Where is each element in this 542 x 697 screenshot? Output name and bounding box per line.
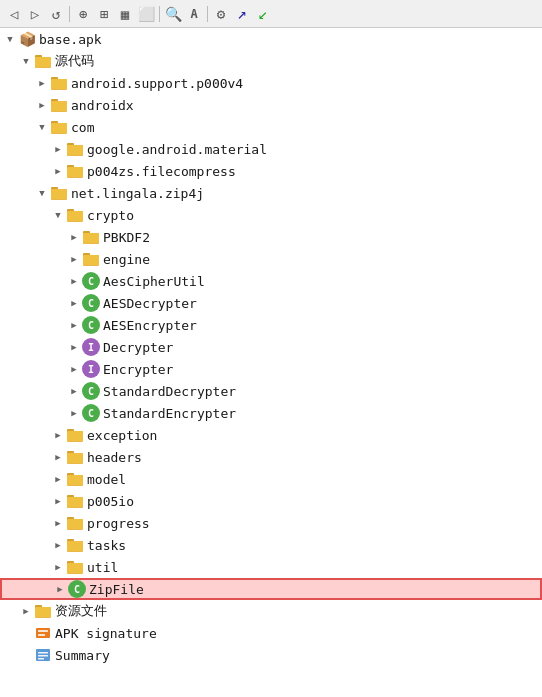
arrow-exception	[50, 427, 66, 443]
tree-item-p004zs-filecompress[interactable]: p004zs.filecompress	[0, 160, 542, 182]
arrow-androidx	[34, 97, 50, 113]
svg-rect-59	[38, 655, 48, 657]
tree-item-standardDecrypter[interactable]: CStandardDecrypter	[0, 380, 542, 402]
label-engine: engine	[103, 252, 150, 267]
tree-item-encrypter[interactable]: IEncrypter	[0, 358, 542, 380]
folder-icon	[66, 470, 84, 488]
arrow-aesEncrypter	[66, 317, 82, 333]
import-icon[interactable]: ↙	[253, 4, 273, 24]
svg-rect-2	[35, 57, 51, 67]
label-resources: 资源文件	[55, 602, 107, 620]
settings-icon[interactable]: ⚙	[211, 4, 231, 24]
label-progress: progress	[87, 516, 150, 531]
tree-item-standardEncrypter[interactable]: CStandardEncrypter	[0, 402, 542, 424]
svg-rect-47	[67, 541, 83, 551]
class-i-icon: I	[82, 360, 100, 378]
toolbar: ◁ ▷ ↺ ⊕ ⊞ ▦ ⬜ 🔍 A ⚙ ↗ ↙	[0, 0, 542, 28]
folder-icon	[50, 74, 68, 92]
tree-item-exception[interactable]: exception	[0, 424, 542, 446]
arrow-google-android-material	[50, 141, 66, 157]
grid-icon[interactable]: ⊞	[94, 4, 114, 24]
tree-item-tasks[interactable]: tasks	[0, 534, 542, 556]
label-aesDecrypter: AESDecrypter	[103, 296, 197, 311]
svg-rect-54	[36, 628, 50, 638]
tree-item-base-apk[interactable]: 📦base.apk	[0, 28, 542, 50]
tree-item-aesEncrypter[interactable]: CAESEncrypter	[0, 314, 542, 336]
arrow-decrypter	[66, 339, 82, 355]
layout-icon[interactable]: ▦	[115, 4, 135, 24]
svg-rect-41	[67, 497, 83, 507]
tree-item-headers[interactable]: headers	[0, 446, 542, 468]
refresh-icon[interactable]: ↺	[46, 4, 66, 24]
label-util: util	[87, 560, 118, 575]
svg-rect-5	[51, 79, 67, 89]
tree-item-p005io[interactable]: p005io	[0, 490, 542, 512]
tree-item-decrypter[interactable]: IDecrypter	[0, 336, 542, 358]
folder-icon	[50, 96, 68, 114]
folder-icon	[66, 558, 84, 576]
text-icon[interactable]: A	[184, 4, 204, 24]
arrow-progress	[50, 515, 66, 531]
tree-item-resources[interactable]: 资源文件	[0, 600, 542, 622]
tree-item-zipfile[interactable]: CZipFile	[0, 578, 542, 600]
class-c-icon: C	[68, 580, 86, 598]
svg-rect-17	[67, 167, 83, 177]
class-i-icon: I	[82, 338, 100, 356]
label-aesCipherUtil: AesCipherUtil	[103, 274, 205, 289]
label-source-code: 源代码	[55, 52, 94, 70]
arrow-headers	[50, 449, 66, 465]
arrow-aesDecrypter	[66, 295, 82, 311]
arrow-engine	[66, 251, 82, 267]
label-net-lingala-zip4j: net.lingala.zip4j	[71, 186, 204, 201]
label-androidx: androidx	[71, 98, 134, 113]
label-zipfile: ZipFile	[89, 582, 144, 597]
arrow-android-support	[34, 75, 50, 91]
class-c-icon: C	[82, 294, 100, 312]
svg-rect-58	[38, 652, 48, 654]
box-icon[interactable]: ⬜	[136, 4, 156, 24]
tree-item-google-android-material[interactable]: google.android.material	[0, 138, 542, 160]
label-pbkdf2: PBKDF2	[103, 230, 150, 245]
svg-rect-26	[83, 233, 99, 243]
summary-icon	[34, 646, 52, 664]
separator-2	[159, 6, 160, 22]
tree-item-util[interactable]: util	[0, 556, 542, 578]
tree-item-source-code[interactable]: 源代码	[0, 50, 542, 72]
tree-item-engine[interactable]: engine	[0, 248, 542, 270]
tree-item-progress[interactable]: progress	[0, 512, 542, 534]
folder-icon	[66, 426, 84, 444]
svg-rect-44	[67, 519, 83, 529]
separator-3	[207, 6, 208, 22]
tree-item-androidx[interactable]: androidx	[0, 94, 542, 116]
folder-icon	[34, 602, 52, 620]
svg-rect-38	[67, 475, 83, 485]
forward-icon[interactable]: ▷	[25, 4, 45, 24]
label-aesEncrypter: AESEncrypter	[103, 318, 197, 333]
folder-icon	[50, 118, 68, 136]
svg-rect-55	[38, 630, 48, 632]
label-crypto: crypto	[87, 208, 134, 223]
label-p004zs-filecompress: p004zs.filecompress	[87, 164, 236, 179]
tree-item-aesCipherUtil[interactable]: CAesCipherUtil	[0, 270, 542, 292]
arrow-p005io	[50, 493, 66, 509]
add-icon[interactable]: ⊕	[73, 4, 93, 24]
tree-item-apk-signature[interactable]: APK signature	[0, 622, 542, 644]
label-standardDecrypter: StandardDecrypter	[103, 384, 236, 399]
tree-item-aesDecrypter[interactable]: CAESDecrypter	[0, 292, 542, 314]
tree-item-summary[interactable]: Summary	[0, 644, 542, 666]
arrow-base-apk	[2, 31, 18, 47]
back-icon[interactable]: ◁	[4, 4, 24, 24]
svg-rect-8	[51, 101, 67, 111]
tree-item-pbkdf2[interactable]: PBKDF2	[0, 226, 542, 248]
search-icon[interactable]: 🔍	[163, 4, 183, 24]
tree-item-net-lingala-zip4j[interactable]: net.lingala.zip4j	[0, 182, 542, 204]
tree-item-crypto[interactable]: crypto	[0, 204, 542, 226]
tree-item-android-support[interactable]: android.support.p000v4	[0, 72, 542, 94]
export-icon[interactable]: ↗	[232, 4, 252, 24]
tree-item-com[interactable]: com	[0, 116, 542, 138]
svg-rect-50	[67, 563, 83, 573]
folder-icon	[66, 140, 84, 158]
class-c-icon: C	[82, 404, 100, 422]
tree-item-model[interactable]: model	[0, 468, 542, 490]
label-standardEncrypter: StandardEncrypter	[103, 406, 236, 421]
